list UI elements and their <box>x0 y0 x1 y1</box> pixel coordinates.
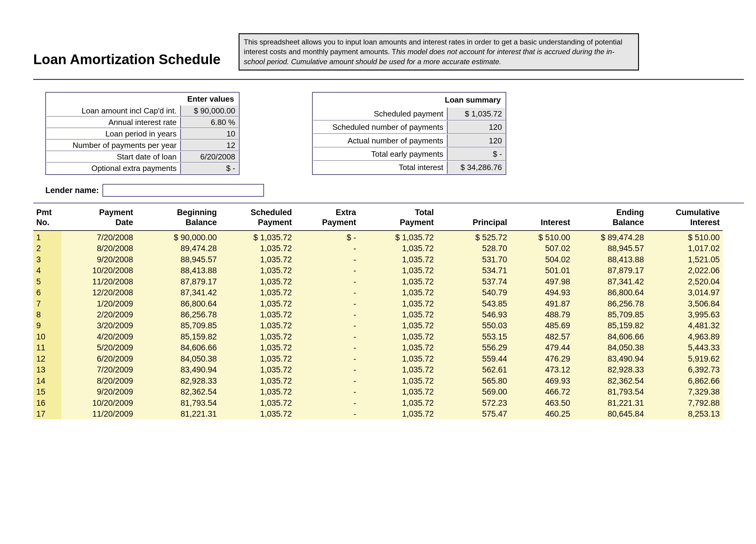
cell-prin: 540.79 <box>437 287 510 298</box>
cell-end: 86,256.78 <box>573 298 647 309</box>
cell-date: 10/20/2008 <box>61 265 136 276</box>
cell-cum: 3,995.63 <box>647 309 723 320</box>
cell-sched: 1,035.72 <box>220 254 295 265</box>
cell-cum: 1,521.05 <box>647 254 723 265</box>
cell-extra: - <box>295 287 359 298</box>
cell-extra: - <box>295 354 359 364</box>
cell-beg: 88,945.57 <box>136 254 220 265</box>
cell-end: 81,793.54 <box>573 386 647 397</box>
enter-row-value[interactable]: $ 90,000.00 <box>180 106 238 116</box>
cell-cum: 7,329.38 <box>647 386 723 397</box>
enter-values-header: Enter values <box>47 93 238 105</box>
col-header: PmtNo. <box>33 204 61 230</box>
cell-no: 13 <box>33 364 61 375</box>
table-row: 137/20/200983,490.941,035.72-1,035.72562… <box>33 364 723 375</box>
table-row: 159/20/200982,362.541,035.72-1,035.72569… <box>33 386 723 397</box>
enter-row-value[interactable]: 6.80 % <box>180 117 238 128</box>
cell-end: 82,362.54 <box>573 376 647 386</box>
cell-date: 5/20/2009 <box>61 342 136 353</box>
cell-date: 6/20/2009 <box>61 354 136 364</box>
cell-beg: 87,341.42 <box>136 287 220 298</box>
cell-end: 82,928.33 <box>573 364 647 375</box>
cell-sched: 1,035.72 <box>220 386 295 397</box>
cell-prin: 528.70 <box>437 243 510 254</box>
cell-extra: - <box>295 276 359 287</box>
cell-date: 10/20/2009 <box>61 398 136 409</box>
cell-date: 9/20/2008 <box>61 254 136 265</box>
cell-end: 87,341.42 <box>573 276 647 287</box>
table-row: 115/20/200984,606.661,035.72-1,035.72556… <box>33 342 723 353</box>
cell-sched: 1,035.72 <box>220 265 295 276</box>
cell-date: 8/20/2009 <box>61 376 136 386</box>
cell-cum: 4,481.32 <box>647 320 723 331</box>
cell-total: 1,035.72 <box>359 298 437 309</box>
cell-beg: $ 90,000.00 <box>136 230 220 243</box>
cell-extra: - <box>295 243 359 254</box>
cell-sched: 1,035.72 <box>220 364 295 375</box>
loan-summary-panel: Loan summary Scheduled payment$ 1,035.72… <box>312 92 506 175</box>
cell-extra: - <box>295 309 359 320</box>
enter-row-value[interactable]: 10 <box>180 129 238 139</box>
lender-name-label: Lender name: <box>45 186 99 195</box>
page-title: Loan Amortization Schedule <box>33 51 220 70</box>
cell-sched: 1,035.72 <box>220 354 295 364</box>
cell-total: 1,035.72 <box>359 376 437 386</box>
cell-extra: - <box>295 376 359 386</box>
cell-prin: 562.61 <box>437 364 510 375</box>
cell-prin: $ 525.72 <box>437 230 510 243</box>
cell-prin: 556.29 <box>437 342 510 353</box>
cell-sched: 1,035.72 <box>220 298 295 309</box>
cell-end: 87,879.17 <box>573 265 647 276</box>
cell-int: 463.50 <box>510 398 573 409</box>
enter-row-label: Loan amount incl Cap'd int. <box>47 106 180 116</box>
enter-values-panel: Enter values Loan amount incl Cap'd int.… <box>45 92 240 175</box>
cell-total: 1,035.72 <box>359 331 437 342</box>
cell-total: 1,035.72 <box>359 287 437 298</box>
cell-prin: 572.23 <box>437 398 510 409</box>
cell-cum: 1,017.02 <box>647 243 723 254</box>
cell-date: 3/20/2009 <box>61 320 136 331</box>
cell-extra: - <box>295 331 359 342</box>
cell-prin: 569.00 <box>437 386 510 397</box>
loan-summary-header: Loan summary <box>313 93 505 107</box>
summary-row-value: $ - <box>447 148 505 161</box>
cell-total: 1,035.72 <box>359 398 437 409</box>
col-header: PaymentDate <box>61 204 136 230</box>
cell-prin: 546.93 <box>437 309 510 320</box>
cell-cum: 4,963.89 <box>647 331 723 342</box>
table-row: 82/20/200986,256.781,035.72-1,035.72546.… <box>33 309 723 320</box>
enter-row-label: Number of payments per year <box>47 140 180 151</box>
cell-int: $ 510.00 <box>510 230 573 243</box>
cell-date: 11/20/2008 <box>61 276 136 287</box>
cell-no: 7 <box>33 298 61 309</box>
cell-no: 10 <box>33 331 61 342</box>
cell-sched: 1,035.72 <box>220 331 295 342</box>
cell-no: 16 <box>33 398 61 409</box>
cell-prin: 534.71 <box>437 265 510 276</box>
cell-beg: 83,490.94 <box>136 364 220 375</box>
enter-row-value[interactable]: 6/20/2008 <box>180 151 238 162</box>
cell-no: 8 <box>33 309 61 320</box>
enter-row-value[interactable]: 12 <box>180 140 238 151</box>
cell-no: 1 <box>33 230 61 243</box>
cell-extra: - <box>295 254 359 265</box>
cell-prin: 565.80 <box>437 376 510 386</box>
lender-name-input[interactable] <box>103 184 264 197</box>
enter-row-value[interactable]: $ - <box>180 163 238 174</box>
cell-sched: 1,035.72 <box>220 320 295 331</box>
summary-row-label: Total early payments <box>313 148 446 161</box>
table-row: 71/20/200986,800.641,035.72-1,035.72543.… <box>33 298 723 309</box>
cell-beg: 85,159.82 <box>136 331 220 342</box>
cell-beg: 82,362.54 <box>136 386 220 397</box>
cell-no: 4 <box>33 265 61 276</box>
cell-beg: 87,879.17 <box>136 276 220 287</box>
cell-end: 85,159.82 <box>573 320 647 331</box>
cell-end: $ 89,474.28 <box>573 230 647 243</box>
summary-row-value: $ 1,035.72 <box>447 108 505 120</box>
enter-row-label: Optional extra payments <box>47 163 180 174</box>
cell-date: 1/20/2009 <box>61 298 136 309</box>
summary-row-label: Total interest <box>313 161 446 174</box>
cell-end: 88,945.57 <box>573 243 647 254</box>
cell-cum: 6,392.73 <box>647 364 723 375</box>
cell-cum: $ 510.00 <box>647 230 723 243</box>
